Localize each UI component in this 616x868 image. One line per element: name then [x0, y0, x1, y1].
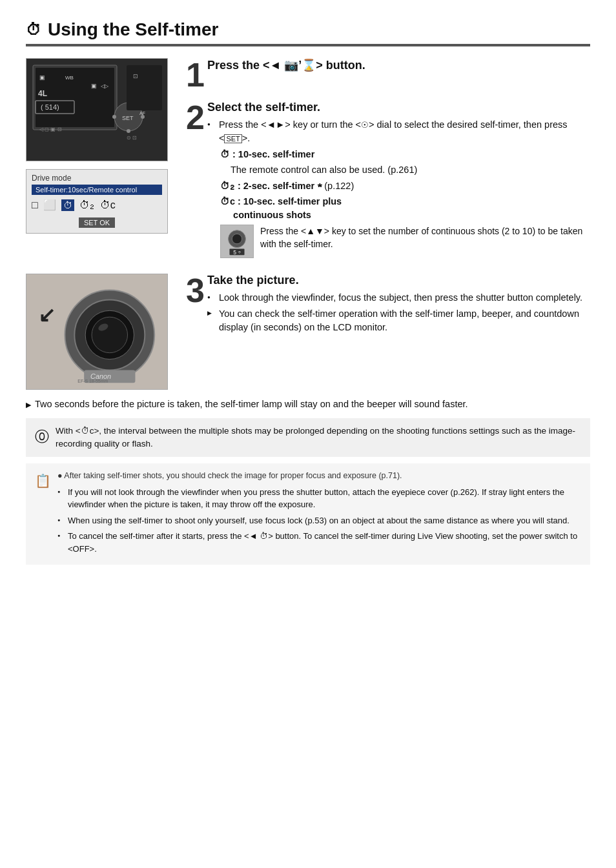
left-col-bottom: Canon ↙ EF-S 18-55mm [26, 274, 174, 390]
timer-icon: ⏱ [26, 21, 41, 39]
step-3-title: Take the picture. [207, 274, 590, 287]
svg-point-23 [232, 234, 241, 244]
left-column: ▣ WB 4L ( 514) ▣ ◁▷ SET AF [26, 58, 174, 267]
step-3-item-1: Look through the viewfinder, focus the s… [207, 291, 590, 305]
svg-text:◁▷: ◁▷ [101, 83, 109, 89]
drive-set-button: SET OK [79, 217, 115, 228]
continuous-shots-block: 5 ÷ Press the <▲▼> key to set the number… [220, 225, 590, 258]
svg-text:SET: SET [122, 115, 134, 121]
warning-icon: ⓪ [35, 426, 49, 447]
drive-mode-icons: □ ⬜ ⏱ ⏱₂ ⏱c [32, 199, 162, 211]
step-1-number: 1 [186, 58, 205, 92]
svg-text:( 514): ( 514) [41, 103, 59, 111]
drive-icon-1: □ [32, 199, 38, 211]
step-2-number: 2 [186, 101, 205, 134]
step-2-bullets: Press the <◄►> key or turn the <☉> dial … [207, 118, 590, 145]
step-1: 1 Press the <◄ 📷’⌛> button. [186, 58, 590, 92]
note-item-2: When using the self-timer to shoot only … [57, 514, 581, 527]
drive-icon-4: ⏱₂ [79, 199, 95, 211]
note-box-content: ● After taking self-timer shots, you sho… [57, 470, 581, 558]
timer-10sec-desc: The remote control can also be used. (p.… [231, 163, 590, 177]
camera-lens-image: Canon ↙ EF-S 18-55mm [26, 274, 168, 390]
svg-text:▣: ▣ [39, 74, 45, 81]
right-steps: 1 Press the <◄ 📷’⌛> button. 2 Select the… [186, 58, 590, 267]
step-2-title: Select the self-timer. [207, 101, 590, 114]
page-title-text: Using the Self-timer [48, 19, 218, 40]
note-arrow-block: ▶ Two seconds before the picture is take… [26, 398, 590, 412]
step-3-item-2: You can check the self-timer operation w… [207, 307, 590, 334]
step-3-number: 3 [186, 274, 205, 307]
warning-box: ⓪ With <⏱c>, the interval between the mu… [26, 418, 590, 458]
svg-text:↙: ↙ [38, 303, 56, 327]
page-title: ⏱ Using the Self-timer [26, 19, 590, 46]
svg-point-16 [112, 115, 116, 119]
svg-text:◁ ◻ ▣ ⊡: ◁ ◻ ▣ ⊡ [39, 126, 62, 132]
step-2: 2 Select the self-timer. Press the <◄►> … [186, 101, 590, 258]
svg-text:4L: 4L [38, 89, 47, 98]
svg-text:⊙ ⊡: ⊙ ⊡ [127, 135, 137, 141]
step-3-arrow-bullets: You can check the self-timer operation w… [207, 307, 590, 334]
arrow-icon: ▶ [26, 399, 31, 410]
note-arrow-text: Two seconds before the picture is taken,… [35, 398, 468, 412]
camera-top-image: ▣ WB 4L ( 514) ▣ ◁▷ SET AF [26, 58, 168, 161]
svg-text:▣: ▣ [91, 83, 97, 89]
svg-text:WB: WB [65, 75, 74, 81]
step-3-bullets: Look through the viewfinder, focus the s… [207, 291, 590, 305]
timer-10sec: ⏱ : 10-sec. self-timer [220, 148, 590, 161]
right-col-step3: 3 Take the picture. Look through the vie… [186, 274, 590, 390]
warning-text: With <⏱c>, the interval between the mult… [56, 425, 581, 451]
svg-rect-2 [36, 68, 114, 127]
drive-mode-title: Drive mode [32, 174, 162, 183]
continuous-shots-text: Press the <▲▼> key to set the number of … [260, 225, 590, 251]
continuous-shots-image: 5 ÷ [220, 225, 254, 258]
step-2-item-intro: Press the <◄►> key or turn the <☉> dial … [207, 118, 590, 145]
note-box: 📋 ● After taking self-timer shots, you s… [26, 463, 590, 565]
svg-point-30 [92, 317, 127, 352]
drive-mode-panel: Drive mode Self-timer:10sec/Remote contr… [26, 169, 168, 234]
note-item-3: To cancel the self-timer after it starts… [57, 530, 581, 555]
step-3: 3 Take the picture. Look through the vie… [186, 274, 590, 337]
drive-icon-2: ⬜ [43, 199, 56, 211]
svg-point-14 [141, 115, 145, 119]
svg-text:5 ÷: 5 ÷ [233, 249, 241, 256]
step-3-row: Canon ↙ EF-S 18-55mm 3 Take the picture.… [26, 274, 590, 390]
timer-10sec-c: ⏱c : 10-sec. self-timer plus continuous … [220, 195, 590, 222]
svg-text:EF-S 18-55mm: EF-S 18-55mm [77, 379, 108, 383]
svg-point-15 [127, 129, 130, 133]
note-first-line: ● After taking self-timer shots, you sho… [57, 470, 581, 482]
note-item-1: If you will not look through the viewfin… [57, 486, 581, 511]
drive-mode-selected: Self-timer:10sec/Remote control [32, 185, 162, 195]
note-icon: 📋 [35, 471, 51, 491]
svg-rect-17 [127, 65, 162, 110]
note-list: If you will not look through the viewfin… [57, 486, 581, 556]
svg-text:⊡: ⊡ [133, 73, 138, 79]
drive-icon-3: ⏱ [61, 199, 74, 211]
timer-2sec: ⏱₂ : 2-sec. self-timer ★ (p.122) [220, 179, 590, 193]
step-1-title: Press the <◄ 📷’⌛> button. [207, 58, 365, 72]
drive-icon-5: ⏱c [100, 199, 116, 211]
svg-text:AF: AF [139, 111, 145, 116]
